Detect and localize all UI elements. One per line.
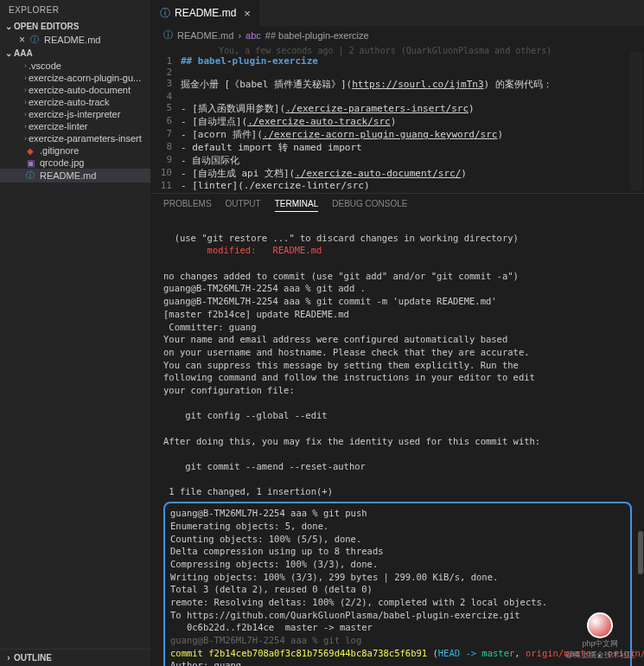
editor-line[interactable]: 3掘金小册 [《babel 插件通关秘籍》](https://sourl.co/… bbox=[151, 78, 644, 91]
line-number: 11 bbox=[151, 180, 181, 191]
folder-item[interactable]: ›exercize-linter bbox=[0, 120, 150, 132]
image-icon: ▣ bbox=[24, 158, 36, 168]
line-number: 8 bbox=[151, 141, 181, 154]
breadcrumb-file: README.md bbox=[177, 30, 233, 41]
file-item[interactable]: ⓘREADME.md bbox=[0, 169, 150, 183]
explorer-sidebar: EXPLORER ⌄ OPEN EDITORS × ⓘ README.md ⌄ … bbox=[0, 0, 151, 666]
line-number: 10 bbox=[151, 167, 181, 180]
chevron-right-icon: › bbox=[24, 98, 27, 106]
code-content: - default import 转 named import bbox=[181, 141, 644, 154]
editor-line[interactable]: 8- default import 转 named import bbox=[151, 141, 644, 154]
code-content: - [自动生成 api 文档](./exercize-auto-document… bbox=[181, 167, 644, 180]
line-number: 1 bbox=[151, 55, 181, 67]
info-icon: ⓘ bbox=[24, 170, 36, 182]
open-editors-header[interactable]: ⌄ OPEN EDITORS bbox=[0, 20, 150, 33]
chevron-right-icon: › bbox=[3, 653, 14, 663]
folder-label: exercize-auto-document bbox=[29, 85, 131, 95]
symbol-icon: abc bbox=[245, 30, 261, 41]
folder-label: exercize-auto-track bbox=[29, 97, 110, 107]
tab-debug-console[interactable]: DEBUG CONSOLE bbox=[332, 199, 407, 212]
editor-line[interactable]: 2 bbox=[151, 67, 644, 78]
file-item[interactable]: ▣qrcode.jpg bbox=[0, 157, 150, 169]
close-icon[interactable]: × bbox=[244, 7, 251, 20]
php-logo-icon bbox=[587, 612, 613, 638]
line-number: 3 bbox=[151, 78, 181, 91]
editor-line[interactable]: 4 bbox=[151, 91, 644, 102]
code-content: - [linter](./exercize-linter/src) bbox=[181, 180, 644, 191]
chevron-right-icon: › bbox=[24, 110, 27, 118]
line-number: 7 bbox=[151, 128, 181, 141]
editor-line[interactable]: 1## babel-plugin-exercize bbox=[151, 55, 644, 67]
folder-item[interactable]: ›exercize-auto-document bbox=[0, 84, 150, 96]
line-number: 4 bbox=[151, 91, 181, 102]
chevron-right-icon: › bbox=[238, 30, 241, 41]
git-icon: ◆ bbox=[24, 146, 36, 156]
outline-label: OUTLINE bbox=[14, 653, 52, 663]
info-icon: ⓘ bbox=[163, 29, 173, 42]
folder-item[interactable]: ›exercize-js-interpreter bbox=[0, 108, 150, 120]
code-content: - [acorn 插件](./exercize-acorn-plugin-gua… bbox=[181, 128, 644, 141]
chevron-right-icon: › bbox=[24, 134, 27, 143]
scroll-thumb[interactable] bbox=[638, 531, 643, 574]
folder-label: exercize-linter bbox=[29, 121, 87, 131]
open-editor-item[interactable]: × ⓘ README.md bbox=[0, 33, 150, 47]
folder-item[interactable]: ›exercize-auto-track bbox=[0, 96, 150, 108]
chevron-right-icon: › bbox=[24, 61, 27, 70]
editor-line[interactable]: 7- [acorn 插件](./exercize-acorn-plugin-gu… bbox=[151, 128, 644, 141]
chevron-right-icon: › bbox=[24, 122, 27, 131]
tab-output[interactable]: OUTPUT bbox=[226, 199, 261, 212]
info-icon: ⓘ bbox=[29, 34, 41, 46]
file-item[interactable]: ◆.gitignore bbox=[0, 144, 150, 157]
chevron-right-icon: › bbox=[24, 86, 27, 94]
open-editors-label: OPEN EDITORS bbox=[14, 22, 79, 31]
code-content: - [插入函数调用参数](./exercize-parameters-inser… bbox=[181, 102, 644, 115]
folder-item[interactable]: ›exercize-parameters-insert bbox=[0, 132, 150, 144]
code-content: 掘金小册 [《babel 插件通关秘籍》](https://sourl.co/i… bbox=[181, 78, 644, 91]
editor-line[interactable]: 6- [自动埋点](./exercize-auto-track/src) bbox=[151, 115, 644, 128]
bottom-panel: PROBLEMS OUTPUT TERMINAL DEBUG CONSOLE (… bbox=[151, 193, 644, 666]
tab-terminal[interactable]: TERMINAL bbox=[275, 199, 319, 212]
breadcrumb-symbol: ## babel-plugin-exercize bbox=[265, 30, 369, 41]
file-label: qrcode.jpg bbox=[40, 157, 84, 168]
chevron-right-icon: › bbox=[24, 74, 27, 82]
breadcrumbs[interactable]: ⓘ README.md › abc ## babel-plugin-exerci… bbox=[151, 26, 644, 44]
line-number: 5 bbox=[151, 102, 181, 115]
terminal[interactable]: (use "git restore ..." to discard change… bbox=[151, 217, 644, 666]
tab-readme[interactable]: ⓘ README.md × bbox=[151, 0, 260, 26]
watermark-label: php中文网 bbox=[582, 638, 618, 650]
open-editor-label: README.md bbox=[44, 35, 100, 45]
code-content: ## babel-plugin-exercize bbox=[181, 55, 644, 67]
code-content: - [自动埋点](./exercize-auto-track/src) bbox=[181, 115, 644, 128]
file-label: .gitignore bbox=[40, 145, 79, 156]
minimap[interactable] bbox=[630, 52, 642, 190]
editor-line[interactable]: 11- [linter](./exercize-linter/src) bbox=[151, 180, 644, 191]
folder-label: exercize-js-interpreter bbox=[29, 109, 120, 119]
folder-item[interactable]: ›.vscode bbox=[0, 60, 150, 72]
editor-line[interactable]: 10- [自动生成 api 文档](./exercize-auto-docume… bbox=[151, 167, 644, 180]
editor-line[interactable]: 9- 自动国际化 bbox=[151, 154, 644, 167]
editor-line[interactable]: 5- [插入函数调用参数](./exercize-parameters-inse… bbox=[151, 102, 644, 115]
line-number: 9 bbox=[151, 154, 181, 167]
workspace-header[interactable]: ⌄ AAA bbox=[0, 47, 150, 60]
chevron-down-icon: ⌄ bbox=[3, 48, 14, 58]
tab-bar: ⓘ README.md × bbox=[151, 0, 644, 26]
tab-label: README.md bbox=[175, 7, 236, 19]
close-icon[interactable]: × bbox=[19, 34, 25, 46]
highlight-box: guang@B-TM26ML7H-2254 aaa % git push Enu… bbox=[163, 502, 632, 666]
chevron-down-icon: ⌄ bbox=[3, 22, 14, 31]
workspace-label: AAA bbox=[14, 48, 33, 58]
editor[interactable]: You, a few seconds ago | 2 authors (Quar… bbox=[151, 44, 644, 193]
tab-problems[interactable]: PROBLEMS bbox=[163, 199, 212, 212]
watermark: php中文网 @稀土掘金技术社区 bbox=[565, 612, 635, 661]
line-number: 2 bbox=[151, 67, 181, 78]
explorer-title: EXPLORER bbox=[0, 0, 150, 20]
scrollbar-vertical[interactable] bbox=[637, 208, 644, 652]
outline-header[interactable]: › OUTLINE bbox=[0, 649, 150, 666]
folder-item[interactable]: ›exercize-acorn-plugin-gu... bbox=[0, 72, 150, 84]
git-blame: You, a few seconds ago | 2 authors (Quar… bbox=[181, 46, 552, 55]
editor-content: ⓘ README.md × ⓘ README.md › abc ## babel… bbox=[151, 0, 644, 666]
folder-label: exercize-parameters-insert bbox=[29, 133, 142, 144]
file-label: README.md bbox=[40, 170, 96, 181]
folder-label: .vscode bbox=[29, 61, 61, 71]
info-icon: ⓘ bbox=[160, 6, 170, 21]
